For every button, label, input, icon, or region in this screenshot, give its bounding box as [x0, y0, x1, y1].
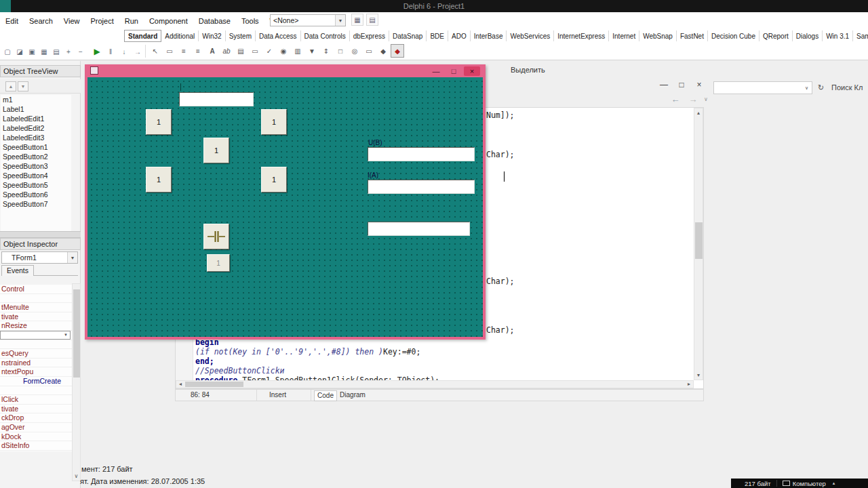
palette-tab[interactable]: QReport — [760, 30, 793, 41]
palette-tab[interactable]: Decision Cube — [708, 30, 760, 41]
menu-item-view[interactable]: View — [58, 13, 85, 29]
palette-tab[interactable]: WebServices — [507, 30, 554, 41]
close-icon[interactable]: × — [690, 79, 708, 91]
tree-item[interactable]: LabeledEdit1 — [1, 114, 71, 123]
edit-control-i[interactable] — [368, 180, 475, 194]
palette-tab[interactable]: Internet — [609, 30, 639, 41]
menu-item-project[interactable]: Project — [85, 13, 119, 29]
form-canvas[interactable]: 1 1 1 1 1 U(B) I(A) 1 — [87, 77, 483, 337]
palette-tab[interactable]: Win32 — [199, 30, 225, 41]
open-file-icon[interactable]: ◪ — [14, 45, 26, 58]
inspector-row[interactable]: nResize — [0, 321, 72, 331]
editor-vscrollbar[interactable]: ▴ ▾ — [694, 108, 703, 380]
refresh-icon[interactable]: ↻ — [815, 82, 827, 94]
chevron-down-icon[interactable]: ∨ — [704, 96, 708, 102]
tab-events[interactable]: Events — [1, 265, 34, 276]
label-icon[interactable]: A — [205, 44, 219, 58]
remove-from-project-icon[interactable]: − — [75, 45, 87, 58]
radiogroup-icon[interactable]: ◎ — [348, 44, 361, 58]
address-bar[interactable]: ∨ — [713, 81, 812, 94]
menu-item-database[interactable]: Database — [193, 13, 236, 29]
menu-item-search[interactable]: Search — [24, 13, 58, 29]
palette-tab[interactable]: System — [226, 30, 256, 41]
edit-control-top[interactable] — [179, 92, 254, 106]
move-up-icon[interactable]: ▲ — [5, 81, 16, 92]
palette-tab[interactable]: FastNet — [677, 30, 708, 41]
event-value-combo[interactable]: ▼ — [0, 331, 71, 340]
save-desktop-icon[interactable]: ▦ — [351, 14, 363, 26]
scroll-down-icon[interactable]: ∨ — [73, 472, 80, 481]
tray-up-icon[interactable]: ▴ — [833, 481, 835, 486]
palette-tab[interactable]: InternetExpress — [554, 30, 609, 41]
groupbox-icon[interactable]: □ — [334, 44, 347, 58]
scroll-down-icon[interactable]: ▾ — [694, 371, 703, 380]
edit-icon[interactable]: ab — [220, 44, 233, 58]
back-icon[interactable]: ← — [667, 94, 684, 106]
capacitor-glyph-button[interactable] — [203, 224, 229, 249]
inspector-row[interactable]: ckDrop — [0, 413, 72, 423]
tab-code[interactable]: Code — [314, 390, 337, 401]
popupmenu-icon[interactable]: ≡ — [191, 44, 205, 58]
palette-tab[interactable]: Standard — [124, 30, 161, 42]
trace-into-icon[interactable]: ↓ — [118, 45, 130, 58]
button-icon[interactable]: ▭ — [248, 44, 262, 58]
maximize-icon[interactable]: □ — [446, 66, 461, 76]
inspector-row[interactable]: ntextPopu — [0, 367, 72, 377]
menu-item-run[interactable]: Run — [119, 13, 144, 29]
speed-button[interactable]: 1 — [203, 138, 229, 163]
taskbar-computer-item[interactable]: Компьютер — [793, 480, 826, 487]
palette-tab[interactable]: Additional — [161, 30, 199, 41]
menu-item-tools[interactable]: Tools — [236, 13, 264, 29]
actionmanager-icon[interactable]: ◆ — [391, 44, 404, 58]
tree-item[interactable]: Label1 — [1, 104, 71, 114]
tree-item[interactable]: SpeedButton6 — [1, 190, 71, 199]
chevron-down-icon[interactable]: ▼ — [62, 331, 70, 340]
palette-tab[interactable]: Dialogs — [793, 30, 823, 41]
form-designer-window[interactable]: — □ × 1 1 1 1 1 U(B) I(A) 1 — [85, 64, 486, 340]
palette-tab[interactable]: DataSnap — [389, 30, 427, 41]
scrollbar-thumb[interactable] — [185, 382, 243, 387]
chevron-down-icon[interactable]: ▼ — [335, 15, 345, 26]
tree-item[interactable]: LabeledEdit3 — [1, 133, 71, 142]
inspector-row[interactable]: esQuery — [0, 349, 72, 359]
inspector-caption[interactable]: Object Inspector — [0, 238, 81, 250]
menu-item-component[interactable]: Component — [144, 13, 193, 29]
scroll-up-icon[interactable]: ▴ — [694, 109, 703, 117]
mainmenu-icon[interactable]: ≡ — [177, 44, 191, 58]
palette-tab[interactable]: WebSnap — [639, 30, 677, 41]
palette-tab[interactable]: Data Controls — [301, 30, 350, 41]
maximize-icon[interactable]: □ — [673, 79, 690, 91]
inspector-row[interactable]: tivate — [0, 405, 72, 414]
palette-tab[interactable]: dbExpress — [350, 30, 389, 41]
palette-tab[interactable]: ADO — [448, 30, 471, 41]
speed-button[interactable]: 1 — [261, 109, 287, 135]
tree-item[interactable]: SpeedButton4 — [1, 171, 71, 180]
tree-item[interactable]: SpeedButton7 — [1, 199, 71, 209]
tab-diagram[interactable]: Diagram — [337, 390, 368, 401]
combobox-icon[interactable]: ▼ — [305, 44, 319, 58]
actionlist-icon[interactable]: ◆ — [376, 44, 390, 58]
inspector-row[interactable] — [0, 294, 72, 304]
run-icon[interactable]: ▶ — [91, 45, 103, 58]
inspector-row-value[interactable]: FormCreate — [0, 377, 72, 386]
editor-hscrollbar[interactable]: ◂ ▸ — [176, 380, 694, 388]
save-icon[interactable]: ▣ — [26, 45, 38, 58]
palette-tab[interactable]: Data Access — [256, 30, 301, 41]
tree-item[interactable]: SpeedButton2 — [1, 152, 71, 161]
frames-icon[interactable]: ▭ — [163, 44, 176, 58]
close-icon[interactable]: × — [464, 66, 480, 76]
inspector-row[interactable]: dSiteInfo — [0, 441, 72, 451]
speed-button[interactable]: 1 — [146, 109, 172, 135]
tree-item[interactable]: m1 — [1, 95, 71, 104]
memo-icon[interactable]: ▤ — [234, 44, 248, 58]
palette-tab[interactable]: InterBase — [471, 30, 507, 41]
new-file-icon[interactable]: ▢ — [1, 45, 14, 58]
save-all-icon[interactable]: ▦ — [38, 45, 50, 58]
inspector-scrollbar[interactable]: ∨ — [72, 283, 81, 481]
edit-control-result[interactable] — [368, 222, 470, 236]
panel-icon[interactable]: ▭ — [362, 44, 376, 58]
inspector-row[interactable]: agOver — [0, 423, 72, 432]
select-button[interactable]: Выделить — [511, 66, 545, 74]
inspector-object-combo[interactable]: TForm1 ▼ — [1, 251, 78, 264]
chevron-down-icon[interactable]: ∨ — [802, 82, 812, 94]
